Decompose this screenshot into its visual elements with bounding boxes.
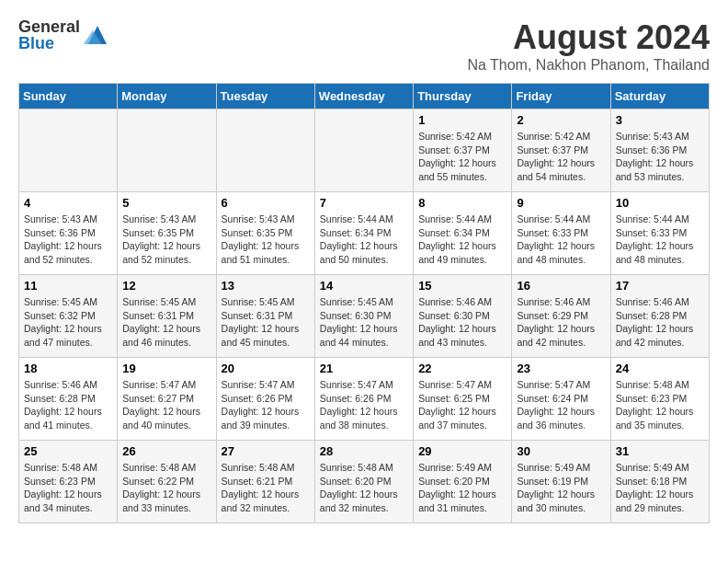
header-row: SundayMondayTuesdayWednesdayThursdayFrid… — [19, 84, 710, 109]
cell-content: Sunrise: 5:48 AM Sunset: 6:20 PM Dayligh… — [320, 461, 408, 515]
calendar-cell: 27Sunrise: 5:48 AM Sunset: 6:21 PM Dayli… — [216, 441, 314, 523]
calendar-cell: 14Sunrise: 5:45 AM Sunset: 6:30 PM Dayli… — [314, 275, 413, 358]
cell-content: Sunrise: 5:49 AM Sunset: 6:20 PM Dayligh… — [418, 461, 506, 515]
calendar-cell: 28Sunrise: 5:48 AM Sunset: 6:20 PM Dayli… — [314, 441, 413, 523]
cell-content: Sunrise: 5:45 AM Sunset: 6:31 PM Dayligh… — [122, 295, 210, 350]
header-sunday: Sunday — [19, 84, 118, 109]
location-subtitle: Na Thom, Nakhon Phanom, Thailand — [467, 57, 710, 74]
cell-content: Sunrise: 5:46 AM Sunset: 6:28 PM Dayligh… — [24, 378, 112, 432]
cell-content: Sunrise: 5:48 AM Sunset: 6:22 PM Dayligh… — [122, 461, 210, 515]
day-number: 3 — [616, 113, 704, 127]
day-number: 24 — [616, 362, 704, 375]
cell-content: Sunrise: 5:43 AM Sunset: 6:35 PM Dayligh… — [122, 213, 210, 267]
calendar-cell: 6Sunrise: 5:43 AM Sunset: 6:35 PM Daylig… — [216, 192, 314, 275]
week-row-3: 18Sunrise: 5:46 AM Sunset: 6:28 PM Dayli… — [19, 358, 710, 441]
header-tuesday: Tuesday — [216, 84, 314, 109]
cell-content: Sunrise: 5:44 AM Sunset: 6:33 PM Dayligh… — [616, 213, 704, 267]
calendar-cell: 26Sunrise: 5:48 AM Sunset: 6:22 PM Dayli… — [118, 441, 216, 523]
calendar-cell: 10Sunrise: 5:44 AM Sunset: 6:33 PM Dayli… — [610, 192, 709, 275]
day-number: 19 — [122, 362, 210, 375]
cell-content: Sunrise: 5:44 AM Sunset: 6:33 PM Dayligh… — [517, 213, 605, 267]
calendar-cell — [19, 109, 118, 192]
page-header: General Blue August 2024 Na Thom, Nakhon… — [18, 18, 710, 74]
logo-general-text: General — [18, 18, 80, 35]
day-number: 18 — [24, 362, 112, 375]
month-year-title: August 2024 — [467, 18, 710, 57]
cell-content: Sunrise: 5:42 AM Sunset: 6:37 PM Dayligh… — [418, 130, 506, 184]
day-number: 28 — [320, 444, 408, 458]
day-number: 15 — [418, 279, 506, 293]
calendar-cell: 7Sunrise: 5:44 AM Sunset: 6:34 PM Daylig… — [314, 192, 413, 275]
title-block: August 2024 Na Thom, Nakhon Phanom, Thai… — [467, 18, 710, 74]
calendar-cell: 11Sunrise: 5:45 AM Sunset: 6:32 PM Dayli… — [19, 275, 118, 358]
header-thursday: Thursday — [414, 84, 512, 109]
week-row-4: 25Sunrise: 5:48 AM Sunset: 6:23 PM Dayli… — [19, 441, 710, 523]
day-number: 25 — [24, 444, 112, 458]
day-number: 17 — [616, 279, 704, 293]
day-number: 29 — [418, 444, 506, 458]
day-number: 31 — [616, 444, 704, 458]
day-number: 16 — [517, 279, 605, 293]
day-number: 14 — [320, 279, 408, 293]
calendar-cell: 4Sunrise: 5:43 AM Sunset: 6:36 PM Daylig… — [19, 192, 118, 275]
calendar-cell: 31Sunrise: 5:49 AM Sunset: 6:18 PM Dayli… — [610, 441, 709, 523]
cell-content: Sunrise: 5:45 AM Sunset: 6:31 PM Dayligh… — [222, 295, 310, 350]
day-number: 22 — [418, 362, 506, 375]
calendar-cell — [118, 109, 216, 192]
calendar-cell: 25Sunrise: 5:48 AM Sunset: 6:23 PM Dayli… — [19, 441, 118, 523]
cell-content: Sunrise: 5:43 AM Sunset: 6:35 PM Dayligh… — [222, 213, 310, 267]
cell-content: Sunrise: 5:46 AM Sunset: 6:28 PM Dayligh… — [616, 295, 704, 350]
calendar-cell: 23Sunrise: 5:47 AM Sunset: 6:24 PM Dayli… — [512, 358, 610, 441]
calendar-cell: 20Sunrise: 5:47 AM Sunset: 6:26 PM Dayli… — [216, 358, 314, 441]
header-saturday: Saturday — [610, 84, 709, 109]
cell-content: Sunrise: 5:44 AM Sunset: 6:34 PM Dayligh… — [320, 213, 408, 267]
day-number: 30 — [517, 444, 605, 458]
day-number: 7 — [320, 196, 408, 210]
calendar-cell: 12Sunrise: 5:45 AM Sunset: 6:31 PM Dayli… — [118, 275, 216, 358]
day-number: 8 — [418, 196, 506, 210]
day-number: 1 — [418, 113, 506, 127]
calendar-cell: 9Sunrise: 5:44 AM Sunset: 6:33 PM Daylig… — [512, 192, 610, 275]
week-row-2: 11Sunrise: 5:45 AM Sunset: 6:32 PM Dayli… — [19, 275, 710, 358]
cell-content: Sunrise: 5:43 AM Sunset: 6:36 PM Dayligh… — [616, 130, 704, 184]
calendar-cell: 22Sunrise: 5:47 AM Sunset: 6:25 PM Dayli… — [414, 358, 512, 441]
calendar-cell: 8Sunrise: 5:44 AM Sunset: 6:34 PM Daylig… — [414, 192, 512, 275]
header-monday: Monday — [118, 84, 216, 109]
calendar-cell: 21Sunrise: 5:47 AM Sunset: 6:26 PM Dayli… — [314, 358, 413, 441]
day-number: 27 — [222, 444, 310, 458]
day-number: 11 — [24, 279, 112, 293]
day-number: 23 — [517, 362, 605, 375]
calendar-cell: 2Sunrise: 5:42 AM Sunset: 6:37 PM Daylig… — [512, 109, 610, 192]
week-row-1: 4Sunrise: 5:43 AM Sunset: 6:36 PM Daylig… — [19, 192, 710, 275]
calendar-cell: 15Sunrise: 5:46 AM Sunset: 6:30 PM Dayli… — [414, 275, 512, 358]
calendar-table: SundayMondayTuesdayWednesdayThursdayFrid… — [18, 83, 710, 523]
calendar-cell: 29Sunrise: 5:49 AM Sunset: 6:20 PM Dayli… — [414, 441, 512, 523]
calendar-cell: 19Sunrise: 5:47 AM Sunset: 6:27 PM Dayli… — [118, 358, 216, 441]
cell-content: Sunrise: 5:48 AM Sunset: 6:23 PM Dayligh… — [24, 461, 112, 515]
calendar-cell: 18Sunrise: 5:46 AM Sunset: 6:28 PM Dayli… — [19, 358, 118, 441]
cell-content: Sunrise: 5:42 AM Sunset: 6:37 PM Dayligh… — [517, 130, 605, 184]
header-friday: Friday — [512, 84, 610, 109]
cell-content: Sunrise: 5:43 AM Sunset: 6:36 PM Dayligh… — [24, 213, 112, 267]
logo-icon — [84, 21, 111, 49]
cell-content: Sunrise: 5:47 AM Sunset: 6:26 PM Dayligh… — [222, 378, 310, 432]
day-number: 21 — [320, 362, 408, 375]
logo: General Blue — [18, 18, 111, 52]
header-wednesday: Wednesday — [314, 84, 413, 109]
calendar-cell: 13Sunrise: 5:45 AM Sunset: 6:31 PM Dayli… — [216, 275, 314, 358]
week-row-0: 1Sunrise: 5:42 AM Sunset: 6:37 PM Daylig… — [19, 109, 710, 192]
logo-blue-text: Blue — [18, 35, 80, 52]
cell-content: Sunrise: 5:46 AM Sunset: 6:30 PM Dayligh… — [418, 295, 506, 350]
day-number: 10 — [616, 196, 704, 210]
cell-content: Sunrise: 5:49 AM Sunset: 6:19 PM Dayligh… — [517, 461, 605, 515]
day-number: 2 — [517, 113, 605, 127]
day-number: 4 — [24, 196, 112, 210]
day-number: 12 — [122, 279, 210, 293]
cell-content: Sunrise: 5:44 AM Sunset: 6:34 PM Dayligh… — [418, 213, 506, 267]
cell-content: Sunrise: 5:48 AM Sunset: 6:21 PM Dayligh… — [222, 461, 310, 515]
day-number: 5 — [122, 196, 210, 210]
cell-content: Sunrise: 5:47 AM Sunset: 6:24 PM Dayligh… — [517, 378, 605, 432]
calendar-cell: 5Sunrise: 5:43 AM Sunset: 6:35 PM Daylig… — [118, 192, 216, 275]
cell-content: Sunrise: 5:47 AM Sunset: 6:26 PM Dayligh… — [320, 378, 408, 432]
cell-content: Sunrise: 5:49 AM Sunset: 6:18 PM Dayligh… — [616, 461, 704, 515]
